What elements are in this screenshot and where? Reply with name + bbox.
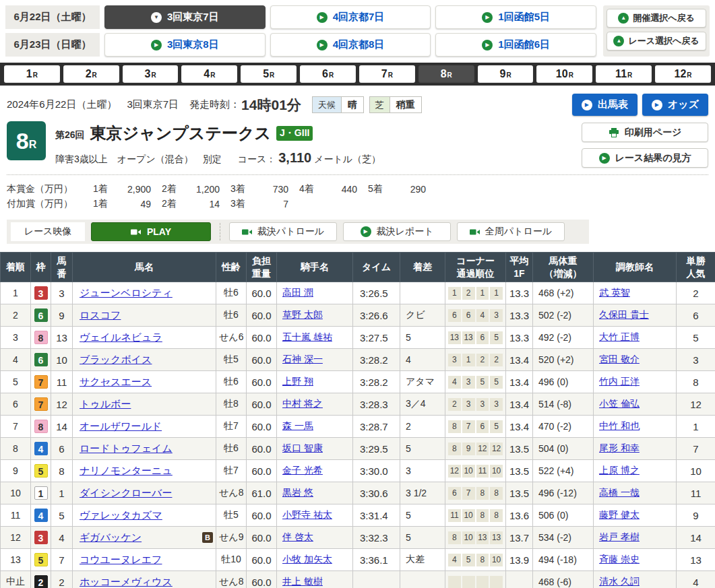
race-tab-9r[interactable]: 9R bbox=[478, 65, 534, 83]
trainer-link[interactable]: 中竹 和也 bbox=[599, 420, 640, 431]
frame-cell: 3 bbox=[31, 282, 51, 304]
trainer-link[interactable]: 尾形 和幸 bbox=[599, 443, 640, 453]
video-button[interactable]: 全周パトロール bbox=[457, 222, 565, 241]
jockey-link[interactable]: 中村 将之 bbox=[282, 398, 323, 409]
corner-position-box: 11 bbox=[448, 509, 461, 522]
race-tab-7r[interactable]: 7R bbox=[359, 65, 415, 83]
carried-weight: 60.0 bbox=[247, 349, 277, 371]
trainer-cell: 清水 久詞 bbox=[594, 571, 677, 588]
meeting-button[interactable]: ▶4回京都8日 bbox=[270, 33, 431, 57]
print-page-button[interactable]: 印刷用ページ bbox=[582, 123, 708, 142]
horse-name-link[interactable]: ホッコーメヴィウス bbox=[80, 576, 173, 587]
horse-name-link[interactable]: ブラックボイス bbox=[80, 354, 152, 365]
race-tab-5r[interactable]: 5R bbox=[241, 65, 297, 83]
horse-name-link[interactable]: コウユーヌレエフ bbox=[80, 554, 162, 565]
jockey-link[interactable]: 伴 啓太 bbox=[282, 531, 313, 542]
corner-position-box bbox=[476, 576, 489, 588]
jockey-link[interactable]: 小野寺 祐太 bbox=[282, 509, 332, 520]
race-tab-1r[interactable]: 1R bbox=[4, 65, 60, 83]
jockey-link[interactable]: 石神 深一 bbox=[282, 354, 323, 364]
video-camera-icon bbox=[470, 228, 480, 236]
play-button[interactable]: PLAY bbox=[91, 222, 211, 241]
corner-positions: 111088 bbox=[448, 509, 503, 522]
jockey-link[interactable]: 金子 光希 bbox=[282, 465, 323, 476]
result-row: 5711サクセスエース牡660.0上野 翔3:28.2アタマ435513.449… bbox=[1, 371, 715, 393]
horse-weight: 492 (-2) bbox=[533, 327, 594, 349]
back-button[interactable]: ▲レース選択へ戻る bbox=[607, 32, 706, 51]
trainer-link[interactable]: 高橋 一哉 bbox=[599, 487, 640, 498]
prize-place: 4着 bbox=[299, 183, 322, 195]
column-header: 着差 bbox=[400, 253, 445, 282]
horse-number: 13 bbox=[51, 327, 73, 349]
date-meeting-nav: 6月22日（土曜）▼3回東京7日▶4回京都7日▶1回函館5日6月23日（日曜）▶… bbox=[0, 0, 715, 59]
video-button[interactable]: ▶裁決レポート bbox=[343, 222, 451, 241]
trainer-cell: 高橋 一哉 bbox=[594, 482, 677, 504]
meeting-button[interactable]: ▼3回東京7日 bbox=[104, 5, 266, 29]
action-button[interactable]: ▶出馬表 bbox=[572, 94, 638, 116]
finish-time: 3:28.7 bbox=[353, 416, 400, 438]
jockey-link[interactable]: 森 一馬 bbox=[282, 420, 313, 431]
trainer-link[interactable]: 上原 博之 bbox=[599, 465, 640, 476]
meeting-button[interactable]: ▶4回京都7日 bbox=[270, 5, 431, 29]
frame-number-badge: 6 bbox=[34, 353, 48, 366]
carried-weight: 60.0 bbox=[247, 304, 277, 327]
race-tab-10r[interactable]: 10R bbox=[536, 65, 592, 83]
horse-name-link[interactable]: ダイシンクローバー bbox=[80, 487, 172, 498]
prize-row-label: 付加賞（万円） bbox=[7, 198, 82, 210]
corner-positions: 131365 bbox=[448, 331, 503, 344]
column-header: 馬名 bbox=[73, 253, 216, 282]
action-button[interactable]: ▶オッズ bbox=[642, 94, 708, 116]
race-tab-4r[interactable]: 4R bbox=[181, 65, 237, 83]
prize-section: 本賞金（万円）1着2,9002着1,2003着7304着4405着290付加賞（… bbox=[0, 175, 715, 214]
back-button[interactable]: ▲開催選択へ戻る bbox=[607, 9, 706, 28]
result-row: 1011ダイシンクローバーせん861.0黒岩 悠3:30.63 1/267881… bbox=[1, 482, 715, 504]
meeting-button[interactable]: ▶3回東京8日 bbox=[104, 33, 266, 57]
horse-name-link[interactable]: ロードトゥフェイム bbox=[80, 443, 173, 454]
jockey-link[interactable]: 上野 翔 bbox=[282, 376, 313, 387]
trainer-link[interactable]: 大竹 正博 bbox=[599, 331, 640, 342]
jockey-link[interactable]: 井上 敏樹 bbox=[282, 576, 323, 587]
start-time-label: 発走時刻： bbox=[189, 98, 240, 111]
meeting-button[interactable]: ▶1回函館6日 bbox=[435, 33, 596, 57]
frame-cell: 3 bbox=[31, 527, 51, 549]
jockey-link[interactable]: 高田 潤 bbox=[282, 287, 313, 298]
trainer-link[interactable]: 斉藤 崇史 bbox=[599, 554, 640, 564]
horse-name-link[interactable]: ヴァレッタカズマ bbox=[80, 509, 162, 521]
horse-name-link[interactable]: ギガバッケン bbox=[80, 531, 142, 543]
horse-name-link[interactable]: ロスコフ bbox=[80, 309, 121, 321]
horse-name-link[interactable]: ナリノモンターニュ bbox=[80, 465, 173, 476]
jockey-link[interactable]: 五十嵐 雄祐 bbox=[282, 331, 332, 342]
video-button[interactable]: 裁決パトロール bbox=[229, 222, 337, 241]
prize-amount: 14 bbox=[185, 199, 220, 209]
race-tab-6r[interactable]: 6R bbox=[300, 65, 356, 83]
horse-name-link[interactable]: サクセスエース bbox=[80, 376, 152, 387]
margin bbox=[400, 571, 445, 588]
trainer-link[interactable]: 久保田 貴士 bbox=[599, 309, 649, 320]
trainer-link[interactable]: 岩戸 孝樹 bbox=[599, 531, 640, 542]
trainer-link[interactable]: 竹内 正洋 bbox=[599, 376, 640, 387]
horse-name-link[interactable]: ジューンベロシティ bbox=[80, 287, 173, 298]
trainer-link[interactable]: 清水 久詞 bbox=[599, 576, 640, 587]
jockey-link[interactable]: 黒岩 悠 bbox=[282, 487, 313, 498]
race-tab-11r[interactable]: 11R bbox=[596, 65, 652, 83]
horse-name-link[interactable]: オールザワールド bbox=[80, 420, 162, 432]
race-tab-3r[interactable]: 3R bbox=[123, 65, 179, 83]
win-popularity: 1 bbox=[677, 416, 715, 438]
race-tab-12r[interactable]: 12R bbox=[655, 65, 711, 83]
jockey-link[interactable]: 小牧 加矢太 bbox=[282, 554, 332, 564]
results-guide-button[interactable]: ▶レース結果の見方 bbox=[582, 148, 708, 168]
trainer-link[interactable]: 宮田 敬介 bbox=[599, 354, 640, 364]
jockey-link[interactable]: 坂口 智康 bbox=[282, 443, 323, 453]
corner-position-box: 8 bbox=[476, 554, 489, 566]
race-tab-8r[interactable]: 8R bbox=[418, 65, 474, 83]
trainer-link[interactable]: 小笠 倫弘 bbox=[599, 398, 640, 409]
jockey-link[interactable]: 草野 太郎 bbox=[282, 309, 323, 320]
column-header: 負担重量 bbox=[247, 253, 277, 282]
horse-name-link[interactable]: ヴェイルネビュラ bbox=[80, 331, 162, 343]
trainer-link[interactable]: 武 英智 bbox=[599, 287, 630, 298]
meeting-button[interactable]: ▶1回函館5日 bbox=[435, 5, 596, 29]
race-tab-2r[interactable]: 2R bbox=[63, 65, 119, 83]
trainer-link[interactable]: 藤野 健太 bbox=[599, 509, 640, 520]
back-button-label: レース選択へ戻る bbox=[628, 35, 699, 47]
horse-name-link[interactable]: トゥルボー bbox=[80, 398, 131, 410]
